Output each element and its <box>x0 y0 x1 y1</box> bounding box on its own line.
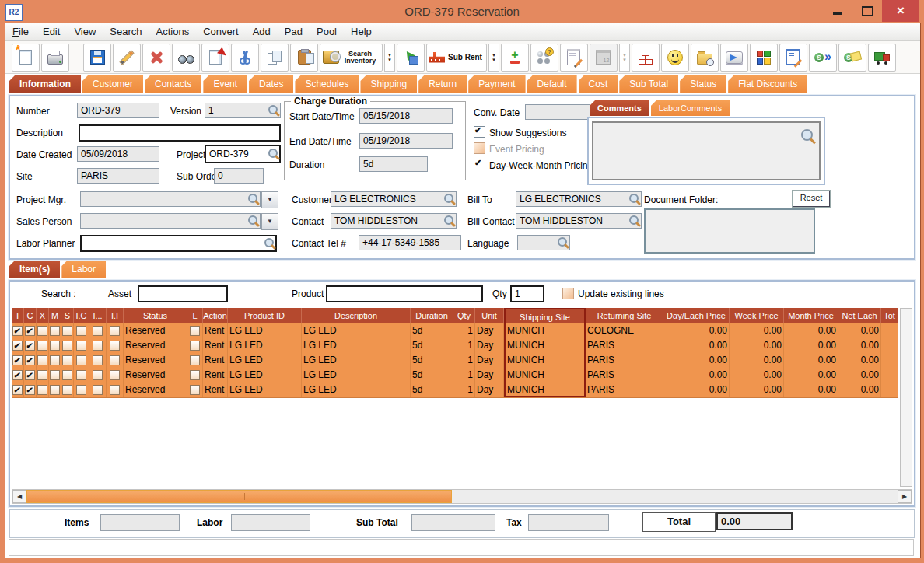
cell-day-each-price[interactable]: 0.00 <box>663 353 730 368</box>
tab-labor[interactable]: Labor <box>61 261 106 278</box>
sales-person-lookup-icon[interactable] <box>248 215 257 225</box>
col-month-price[interactable]: Month Price <box>784 308 838 323</box>
col-x[interactable]: X <box>37 308 49 323</box>
workflow-button[interactable] <box>632 44 660 72</box>
tab-labor-comments[interactable]: LaborComments <box>651 100 730 116</box>
row-checkbox-t[interactable] <box>12 385 23 395</box>
cell-tot[interactable] <box>881 368 898 383</box>
tab-default[interactable]: Default <box>527 75 577 93</box>
qty-input[interactable] <box>510 285 544 302</box>
inventory-button[interactable] <box>750 44 778 72</box>
row-checkbox-ii[interactable] <box>110 370 120 380</box>
table-row[interactable]: ReservedRentLG LEDLG LED5d1DayMUNICHPARI… <box>12 383 898 398</box>
delete-button[interactable] <box>142 44 170 72</box>
cell-action[interactable]: Rent <box>203 338 228 353</box>
search-inventory-dropdown[interactable]: ▼▼ <box>384 44 395 72</box>
col-product-id[interactable]: Product ID <box>228 308 302 323</box>
cell-week-price[interactable]: 0.00 <box>730 338 784 353</box>
bill-contact-field[interactable] <box>516 213 642 229</box>
row-checkbox-x[interactable] <box>37 341 47 351</box>
cell-shipping-site[interactable]: MUNICH <box>504 353 586 368</box>
smiley-button[interactable] <box>661 44 689 72</box>
row-checkbox-ii[interactable] <box>110 341 120 351</box>
cell-returning-site[interactable]: PARIS <box>586 353 663 368</box>
row-checkbox-io[interactable] <box>93 370 103 380</box>
scroll-left-button[interactable]: ◀ <box>12 490 26 503</box>
row-checkbox-ic[interactable] <box>76 326 86 336</box>
col-week-price[interactable]: Week Price <box>730 308 784 323</box>
cell-duration[interactable]: 5d <box>411 323 453 338</box>
row-checkbox-m[interactable] <box>50 341 60 351</box>
scrollbar-thumb[interactable] <box>26 490 452 503</box>
cell-product-id[interactable]: LG LED <box>228 368 302 383</box>
cell-tot[interactable] <box>881 383 898 397</box>
row-checkbox-c[interactable] <box>25 355 35 365</box>
cell-description[interactable]: LG LED <box>302 368 411 383</box>
cell-status[interactable]: Reserved <box>124 353 187 368</box>
save-button[interactable] <box>83 44 111 72</box>
cell-net-each[interactable]: 0.00 <box>838 383 881 397</box>
site-field[interactable] <box>77 168 159 184</box>
cell-action[interactable]: Rent <box>203 323 228 338</box>
cell-shipping-site[interactable]: MUNICH <box>504 383 586 397</box>
cell-description[interactable]: LG LED <box>302 383 411 397</box>
cell-action[interactable]: Rent <box>203 383 228 397</box>
cell-day-each-price[interactable]: 0.00 <box>663 383 730 397</box>
row-checkbox-ic[interactable] <box>76 341 86 351</box>
cell-description[interactable]: LG LED <box>302 338 411 353</box>
day-week-month-checkbox[interactable] <box>474 159 485 170</box>
row-checkbox-l[interactable] <box>190 341 200 351</box>
cell-week-price[interactable]: 0.00 <box>730 353 784 368</box>
update-existing-checkbox[interactable] <box>562 288 574 299</box>
edit-button[interactable] <box>113 44 141 72</box>
sales-person-dropdown[interactable]: ▼ <box>261 213 278 230</box>
row-checkbox-l[interactable] <box>190 326 200 336</box>
menu-pool[interactable]: Pool <box>310 23 344 40</box>
col-c[interactable]: C <box>24 308 37 323</box>
project-mgr-field[interactable] <box>80 191 261 207</box>
customer-lookup-icon[interactable] <box>444 194 453 203</box>
tab-flat-discounts[interactable]: Flat Discounts <box>728 75 807 93</box>
description-field[interactable] <box>79 124 281 142</box>
cell-returning-site[interactable]: PARIS <box>586 368 663 383</box>
cell-tot[interactable] <box>881 353 898 368</box>
row-checkbox-c[interactable] <box>25 326 35 336</box>
col-description[interactable]: Description <box>302 308 411 323</box>
bill-contact-lookup-icon[interactable] <box>629 215 639 225</box>
contact-tel-field[interactable] <box>359 235 461 250</box>
row-checkbox-ii[interactable] <box>110 385 120 395</box>
cell-week-price[interactable]: 0.00 <box>730 368 784 383</box>
cell-product-id[interactable]: LG LED <box>228 353 302 368</box>
table-row[interactable]: ReservedRentLG LEDLG LED5d1DayMUNICHPARI… <box>12 353 898 369</box>
row-checkbox-x[interactable] <box>37 355 47 365</box>
cell-day-each-price[interactable]: 0.00 <box>663 368 730 383</box>
cell-duration[interactable]: 5d <box>411 353 453 368</box>
horizontal-scrollbar[interactable]: ◀ ▶ <box>12 489 912 504</box>
print-button[interactable] <box>41 44 69 72</box>
add-remove-button[interactable]: + <box>501 44 529 72</box>
tab-items[interactable]: Item(s) <box>9 261 60 278</box>
menu-view[interactable]: View <box>67 23 103 40</box>
row-checkbox-io[interactable] <box>93 326 103 336</box>
col-tot[interactable]: Tot <box>881 308 898 323</box>
history-button[interactable] <box>691 44 719 72</box>
scrollbar-track[interactable] <box>452 490 898 503</box>
cell-qty[interactable]: 1 <box>453 338 475 353</box>
cell-net-each[interactable]: 0.00 <box>838 323 881 338</box>
col-duration[interactable]: Duration <box>411 308 453 323</box>
cell-product-id[interactable]: LG LED <box>228 323 302 338</box>
cell-action[interactable]: Rent <box>203 368 228 383</box>
edit-document-button[interactable] <box>779 44 807 72</box>
row-checkbox-io[interactable] <box>93 385 103 395</box>
cell-unit[interactable]: Day <box>475 353 504 368</box>
send-button[interactable] <box>720 44 748 72</box>
language-lookup-icon[interactable] <box>558 237 567 247</box>
cell-month-price[interactable]: 0.00 <box>784 383 838 397</box>
table-row[interactable]: ReservedRentLG LEDLG LED5d1DayMUNICHPARI… <box>12 368 898 383</box>
bill-to-field[interactable] <box>516 191 642 207</box>
cell-returning-site[interactable]: PARIS <box>586 338 663 353</box>
version-lookup-icon[interactable] <box>268 105 278 114</box>
tab-return[interactable]: Return <box>418 75 467 93</box>
notepad-button[interactable] <box>560 44 588 72</box>
reset-button[interactable]: Reset <box>792 190 831 208</box>
